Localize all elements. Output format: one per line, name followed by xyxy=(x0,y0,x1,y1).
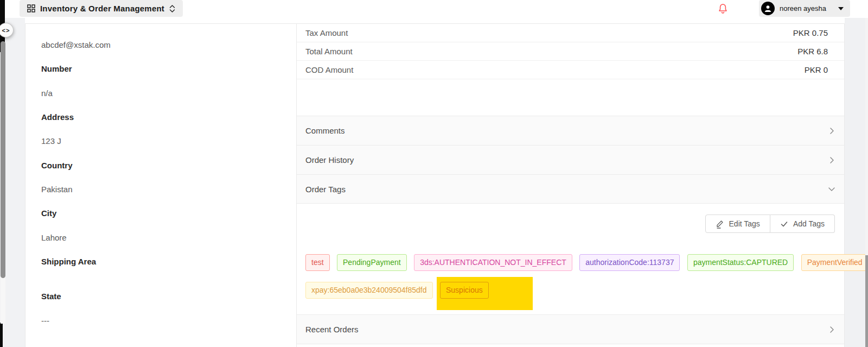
left-scrollbar-thumb[interactable] xyxy=(1,41,5,278)
order-tag: 3ds:AUTHENTICATION_NOT_IN_EFFECT xyxy=(414,254,572,271)
chevron-right-icon xyxy=(827,156,836,165)
edit-pencil-icon xyxy=(716,219,724,229)
field-label-shipping-area: Shipping Area xyxy=(41,257,96,267)
add-tags-button[interactable]: Add Tags xyxy=(770,214,835,233)
customer-email-value: abcdef@xstak.com xyxy=(41,40,111,50)
amount-row-total: Total Amount PKR 6.8 xyxy=(297,42,844,61)
order-tag-suspicious: Suspicious xyxy=(440,282,489,299)
page-scrollbar-thumb[interactable] xyxy=(865,255,868,347)
chevron-down-icon xyxy=(838,7,844,10)
chevron-down-icon xyxy=(827,185,836,193)
section-label: Recent Orders xyxy=(305,325,359,334)
field-value-country: Pakistan xyxy=(41,185,73,194)
section-label: Order History xyxy=(305,155,354,165)
order-tag: PaymentVerified xyxy=(801,254,868,271)
avatar xyxy=(761,2,775,15)
section-order-history[interactable]: Order History xyxy=(297,146,844,175)
user-menu[interactable]: noreen ayesha xyxy=(759,0,850,17)
tag-actions: Edit Tags Add Tags xyxy=(705,214,835,233)
bell-icon xyxy=(718,3,728,15)
order-tags-row-2: xpay:65eb0a0e3b24009504f85dfd Suspicious xyxy=(305,282,494,299)
app-switcher[interactable]: Inventory & Order Management xyxy=(20,0,183,17)
chevron-right-icon xyxy=(827,325,836,334)
code-brackets-icon: <> xyxy=(2,27,10,34)
user-name: noreen ayesha xyxy=(780,4,826,12)
edit-tags-button[interactable]: Edit Tags xyxy=(705,214,770,233)
section-label: Order Tags xyxy=(305,185,346,194)
top-bar: Inventory & Order Management noreen ayes… xyxy=(0,0,868,18)
amount-row-tax: Tax Amount PKR 0.75 xyxy=(297,24,844,42)
order-tag: test xyxy=(305,254,330,271)
field-label-state: State xyxy=(41,292,61,301)
selector-updown-icon xyxy=(169,4,175,13)
order-summary-panel: Tax Amount PKR 0.75 Total Amount PKR 6.8… xyxy=(297,24,844,347)
amount-label: COD Amount xyxy=(305,65,353,74)
field-value-address: 123 J xyxy=(41,136,61,146)
order-tag: paymentStatus:CAPTURED xyxy=(687,254,794,271)
customer-info-panel: abcdef@xstak.com Number n/a Address 123 … xyxy=(25,24,297,347)
content-gutter-right xyxy=(845,18,865,347)
order-collapse-list: Comments Order History Order Tags xyxy=(297,116,844,344)
field-label-country: Country xyxy=(41,161,73,171)
order-tags-content: Edit Tags Add Tags test PendingPayment 3… xyxy=(297,204,844,315)
check-icon xyxy=(780,220,788,228)
amount-value: PKR 6.8 xyxy=(797,47,828,56)
field-label-address: Address xyxy=(41,112,74,122)
order-tag: xpay:65eb0a0e3b24009504f85dfd xyxy=(305,282,433,299)
amount-label: Total Amount xyxy=(305,47,353,56)
field-label-city: City xyxy=(41,209,56,218)
chevron-right-icon xyxy=(827,127,836,135)
order-tags-row-1: test PendingPayment 3ds:AUTHENTICATION_N… xyxy=(305,254,868,271)
app-title: Inventory & Order Management xyxy=(40,4,164,13)
section-label: Comments xyxy=(305,126,345,135)
left-scrollbar-track xyxy=(1,276,5,324)
section-order-tags[interactable]: Order Tags xyxy=(297,175,844,204)
collapsed-sidebar-bottom xyxy=(0,323,3,347)
order-tag: authorizationCode:113737 xyxy=(579,254,680,271)
amount-label: Tax Amount xyxy=(305,28,348,37)
edit-tags-label: Edit Tags xyxy=(729,219,760,228)
add-tags-label: Add Tags xyxy=(793,219,825,228)
notification-bell-button[interactable] xyxy=(716,2,729,16)
field-value-state: --- xyxy=(41,316,49,326)
section-recent-orders[interactable]: Recent Orders xyxy=(297,315,844,344)
amount-row-cod: COD Amount PKR 0 xyxy=(297,61,844,79)
content-gutter-left xyxy=(5,18,25,347)
order-tag: PendingPayment xyxy=(337,254,407,271)
field-value-number: n/a xyxy=(41,89,53,98)
field-value-city: Lahore xyxy=(41,233,67,243)
section-comments[interactable]: Comments xyxy=(297,116,844,146)
amount-value: PKR 0.75 xyxy=(793,28,828,37)
amount-value: PKR 0 xyxy=(805,65,828,74)
grid-icon xyxy=(27,4,35,12)
order-detail-panel: abcdef@xstak.com Number n/a Address 123 … xyxy=(25,23,845,347)
field-label-number: Number xyxy=(41,64,72,74)
